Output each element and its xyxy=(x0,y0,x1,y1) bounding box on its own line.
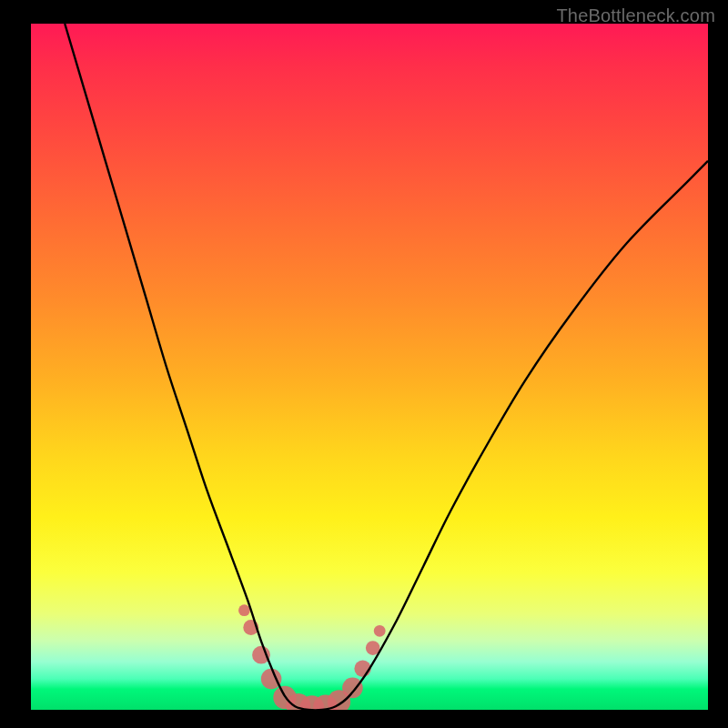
bottleneck-curve xyxy=(31,24,708,710)
chart-frame: TheBottleneck.com xyxy=(0,0,728,728)
watermark-text: TheBottleneck.com xyxy=(556,5,715,26)
plot-area xyxy=(31,24,708,710)
